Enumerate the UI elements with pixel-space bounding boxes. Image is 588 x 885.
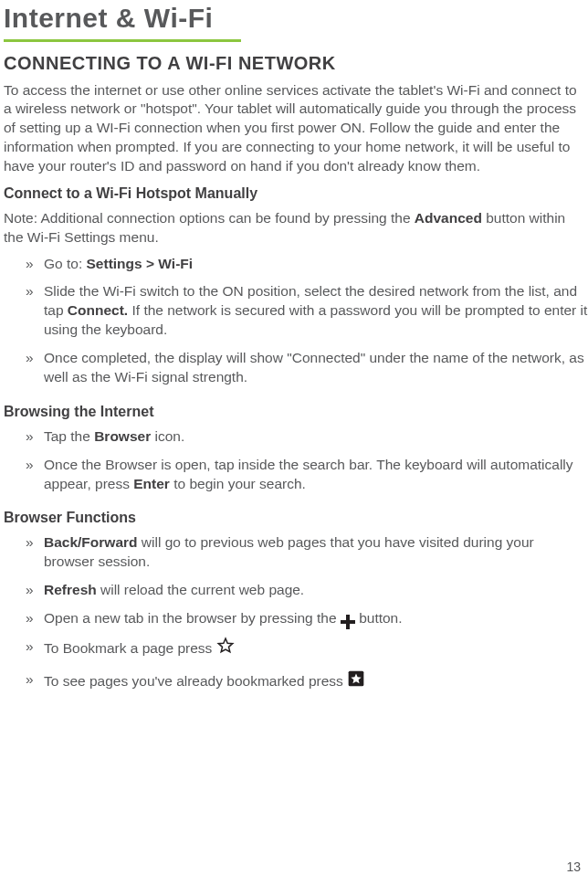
note-pre: Note: Additional connection options can …: [4, 210, 415, 226]
list-item: Once completed, the display will show "C…: [29, 349, 588, 396]
text-bold: Enter: [133, 476, 170, 491]
text: Go to:: [44, 256, 87, 271]
text: icon.: [151, 428, 184, 444]
list-item: Go to: Settings > Wi-Fi: [29, 255, 588, 283]
star-outline-icon: [216, 637, 235, 660]
list-item: To Bookmark a page press: [29, 637, 588, 670]
text-bold: Settings > Wi-Fi: [87, 256, 194, 271]
text-bold: Connect.: [68, 302, 128, 318]
page-number: 13: [566, 859, 581, 876]
list-item: Refresh will reload the current web page…: [29, 581, 588, 609]
functions-list: Back/Forward will go to previous web pag…: [4, 533, 588, 703]
browse-list: Tap the Browser icon. Once the Browser i…: [4, 427, 588, 503]
text-bold: Browser: [94, 428, 151, 444]
section-heading: CONNECTING TO A WI-FI NETWORK: [4, 51, 588, 76]
plus-icon: [341, 615, 355, 629]
text: to begin your search.: [170, 476, 306, 491]
subheading-functions: Browser Functions: [4, 508, 588, 528]
list-item: Back/Forward will go to previous web pag…: [29, 533, 588, 581]
title-rule: [4, 39, 241, 42]
note-bold: Advanced: [415, 210, 482, 226]
document-page: Internet & Wi-Fi CONNECTING TO A WI-FI N…: [0, 0, 588, 703]
list-item: Slide the Wi-Fi switch to the ON positio…: [29, 282, 588, 349]
text: Open a new tab in the browser by pressin…: [44, 610, 341, 626]
subheading-browse: Browsing the Internet: [4, 402, 588, 422]
text: button.: [355, 610, 403, 626]
text: To Bookmark a page press: [44, 640, 216, 656]
text: To see pages you've already bookmarked p…: [44, 673, 347, 689]
connect-list: Go to: Settings > Wi-Fi Slide the Wi-Fi …: [4, 255, 588, 397]
star-filled-icon: [347, 669, 365, 693]
note-paragraph: Note: Additional connection options can …: [4, 209, 588, 248]
text: will reload the current web page.: [97, 582, 304, 597]
text: Tap the: [44, 428, 94, 444]
subheading-connect: Connect to a Wi-Fi Hotspot Manually: [4, 184, 588, 204]
text-bold: Back/Forward: [44, 534, 138, 550]
list-item: Open a new tab in the browser by pressin…: [29, 609, 588, 637]
list-item: Once the Browser is open, tap inside the…: [29, 456, 588, 503]
list-item: To see pages you've already bookmarked p…: [29, 670, 588, 703]
text: Once completed, the display will show "C…: [44, 350, 584, 385]
text: Once the Browser is open, tap inside the…: [44, 457, 573, 491]
page-title: Internet & Wi-Fi: [4, 0, 588, 37]
intro-paragraph: To access the internet or use other onli…: [4, 81, 588, 177]
text-bold: Refresh: [44, 582, 97, 597]
list-item: Tap the Browser icon.: [29, 427, 588, 456]
